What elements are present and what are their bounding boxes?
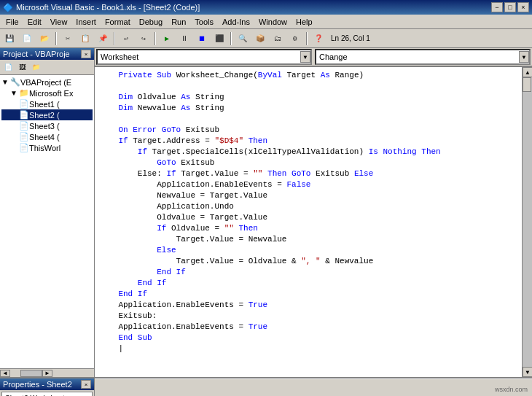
title-bar-left: 🔷 Microsoft Visual Basic - Book1.xls - [… [3, 3, 200, 12]
project-toolbar: 📄 🖼 📁 [0, 60, 94, 75]
menu-file[interactable]: File [1, 16, 23, 28]
project-scrollbar-h[interactable]: ◀ ▶ [0, 368, 94, 377]
cut-button[interactable]: ✂ [60, 31, 76, 47]
tree-sheet3[interactable]: 📄 Sheet3 ( [1, 120, 93, 131]
menu-debug[interactable]: Debug [135, 16, 167, 28]
tree-sheet2[interactable]: 📄 Sheet2 ( [1, 109, 93, 120]
scroll-left-arrow[interactable]: ◀ [0, 370, 10, 377]
watermark: wsxdn.com [495, 386, 528, 393]
procedure-dropdown[interactable]: Change Activate Deactivate [315, 49, 531, 65]
toolbar-main: 💾 📄 📂 ✂ 📋 📌 ↩ ↪ ▶ ⏸ ⏹ ⬛ 🔍 📦 🗂 ⚙ ❓ Ln 26,… [0, 29, 532, 48]
menu-bar: File Edit View Insert Format Debug Run T… [0, 15, 532, 29]
menu-view[interactable]: View [46, 16, 72, 28]
editor-wrap: Private Sub Worksheet_Change(ByVal Targe… [95, 67, 532, 377]
tree-thisworkbook[interactable]: 📄 ThisWorl [1, 142, 93, 153]
main-layout: Project - VBAProje × 📄 🖼 📁 ▼🔧 VBAProject… [0, 48, 532, 377]
menu-insert[interactable]: Insert [71, 16, 101, 28]
tree-sheet4[interactable]: 📄 Sheet4 ( [1, 131, 93, 142]
sep1 [55, 32, 57, 45]
menu-run[interactable]: Run [167, 16, 190, 28]
project-panel: Project - VBAProje × 📄 🖼 📁 ▼🔧 VBAProject… [0, 48, 95, 377]
copy-button[interactable]: 📋 [77, 31, 93, 47]
scroll-up-arrow[interactable]: ▲ [523, 67, 532, 77]
title-bar-controls: − □ × [491, 2, 529, 12]
properties-object-dropdown[interactable]: Sheet2 Worksheet [1, 392, 93, 396]
object-dropdown[interactable]: Worksheet General [96, 49, 312, 65]
project-panel-header: Project - VBAProje × [0, 48, 94, 60]
sep5 [306, 32, 308, 45]
title-bar: 🔷 Microsoft Visual Basic - Book1.xls - [… [0, 0, 532, 15]
procedure-dropdown-wrapper: Change Activate Deactivate ▼ [315, 49, 531, 65]
reset-button[interactable]: ⬛ [211, 31, 227, 47]
stop-button[interactable]: ⏹ [194, 31, 210, 47]
menu-edit[interactable]: Edit [23, 16, 46, 28]
cursor-position: Ln 26, Col 1 [331, 34, 370, 42]
paste-button[interactable]: 📌 [95, 31, 111, 47]
title-bar-text: Microsoft Visual Basic - Book1.xls - [Sh… [16, 3, 200, 12]
view-code-button[interactable]: 📄 [1, 61, 15, 73]
project-panel-title: Project - VBAProje [3, 50, 70, 58]
scroll-track[interactable] [523, 77, 532, 367]
menu-help[interactable]: Help [292, 16, 317, 28]
menu-addins[interactable]: Add-Ins [218, 16, 254, 28]
pause-button[interactable]: ⏸ [176, 31, 192, 47]
menu-window[interactable]: Window [254, 16, 292, 28]
tree-sheet1[interactable]: 📄 Sheet1 ( [1, 98, 93, 109]
menu-tools[interactable]: Tools [190, 16, 218, 28]
maximize-button[interactable]: □ [504, 2, 516, 12]
project-panel-close[interactable]: × [81, 50, 91, 58]
object-dropdown-wrapper: Worksheet General ▼ [96, 49, 312, 65]
more2-button[interactable]: ⚙ [287, 31, 303, 47]
toggle-folders-button[interactable]: 📁 [29, 61, 42, 73]
sep3 [154, 32, 156, 45]
sep4 [230, 32, 232, 45]
new-button[interactable]: 📄 [19, 31, 35, 47]
sep2 [114, 32, 115, 45]
find-button[interactable]: 🔍 [235, 31, 251, 47]
bottom-split: Properties - Sheet2 × Sheet2 Worksheet A… [0, 377, 532, 396]
editor-area: Worksheet General ▼ Change Activate Deac… [95, 48, 532, 377]
scroll-thumb-h[interactable] [20, 370, 42, 377]
properties-panel: Properties - Sheet2 × Sheet2 Worksheet A… [0, 378, 95, 396]
scroll-down-arrow[interactable]: ▼ [523, 367, 532, 377]
editor-dropdowns: Worksheet General ▼ Change Activate Deac… [95, 48, 532, 67]
properties-panel-close[interactable]: × [81, 380, 91, 389]
bottom-editor-area [95, 378, 532, 396]
minimize-button[interactable]: − [491, 2, 503, 12]
help-button[interactable]: ❓ [310, 31, 326, 47]
app-icon: 🔷 [3, 3, 13, 12]
run-button[interactable]: ▶ [159, 31, 175, 47]
more1-button[interactable]: 🗂 [270, 31, 286, 47]
redo-button[interactable]: ↪ [136, 31, 152, 47]
code-editor[interactable]: Private Sub Worksheet_Change(ByVal Targe… [95, 67, 522, 377]
editor-scrollbar-v: ▲ ▼ [522, 67, 532, 377]
project-tree: ▼🔧 VBAProject (E ▼📁 Microsoft Ex 📄 Sheet… [0, 75, 94, 368]
tree-microsoft-excel[interactable]: ▼📁 Microsoft Ex [1, 88, 93, 98]
scroll-right-arrow[interactable]: ▶ [42, 370, 52, 377]
object-browser-button[interactable]: 📦 [252, 31, 268, 47]
properties-panel-header: Properties - Sheet2 × [0, 378, 94, 390]
menu-format[interactable]: Format [101, 16, 135, 28]
tree-vbaproject[interactable]: ▼🔧 VBAProject (E [1, 77, 93, 88]
scroll-thumb-v[interactable] [523, 77, 531, 92]
undo-button[interactable]: ↩ [118, 31, 134, 47]
close-button[interactable]: × [517, 2, 529, 12]
view-object-button[interactable]: 🖼 [15, 61, 28, 73]
open-button[interactable]: 📂 [36, 31, 52, 47]
save-button[interactable]: 💾 [1, 31, 17, 47]
properties-panel-title: Properties - Sheet2 [3, 380, 72, 389]
